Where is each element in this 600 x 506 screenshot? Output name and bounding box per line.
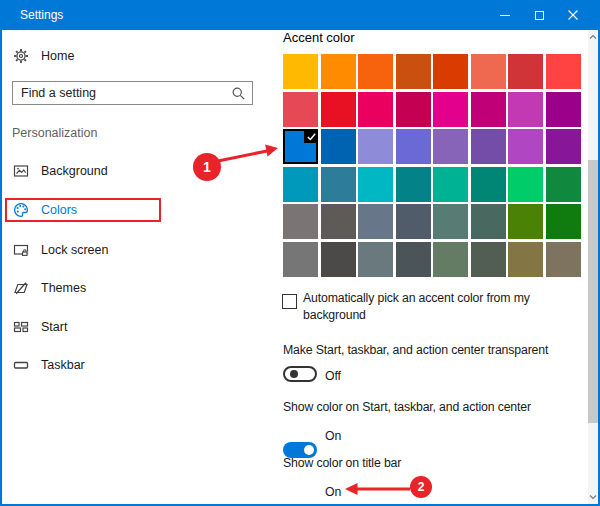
search-icon xyxy=(231,86,246,101)
accent-swatch[interactable] xyxy=(396,167,431,202)
accent-swatch[interactable] xyxy=(508,54,543,89)
maximize-button[interactable] xyxy=(522,0,556,30)
accent-swatch[interactable] xyxy=(471,92,506,127)
accent-swatch[interactable] xyxy=(396,54,431,89)
annotation-step-1: 1 xyxy=(193,153,221,181)
sidebar-item-colors[interactable]: Colors xyxy=(13,199,77,221)
close-icon xyxy=(568,10,578,20)
accent-swatch[interactable] xyxy=(433,204,468,239)
sidebar-start-label: Start xyxy=(41,320,67,334)
accent-swatch[interactable] xyxy=(321,242,356,277)
accent-swatch[interactable] xyxy=(358,242,393,277)
accent-swatch[interactable] xyxy=(396,242,431,277)
accent-swatch[interactable] xyxy=(471,204,506,239)
taskbar-icon xyxy=(13,357,29,373)
accent-swatch[interactable] xyxy=(358,54,393,89)
accent-color-grid xyxy=(283,54,581,277)
minimize-button[interactable] xyxy=(488,0,522,30)
accent-swatch[interactable] xyxy=(396,92,431,127)
accent-swatch[interactable] xyxy=(321,92,356,127)
accent-swatch[interactable] xyxy=(508,167,543,202)
sidebar-background-label: Background xyxy=(41,164,108,178)
accent-swatch[interactable] xyxy=(546,242,581,277)
accent-swatch[interactable] xyxy=(546,204,581,239)
settings-window: { "window": { "title": "Settings", "acce… xyxy=(0,0,600,506)
accent-swatch[interactable] xyxy=(546,54,581,89)
accent-swatch[interactable] xyxy=(546,92,581,127)
accent-swatch[interactable] xyxy=(396,204,431,239)
sidebar-item-home[interactable]: Home xyxy=(13,45,74,67)
start-tiles-icon xyxy=(13,319,29,335)
arrow-to-on-label xyxy=(345,483,358,495)
search-box xyxy=(12,81,253,105)
show-color-titlebar-toggle-state: On xyxy=(325,485,341,499)
accent-swatch[interactable] xyxy=(358,92,393,127)
toggle-knob xyxy=(290,370,298,378)
window-title: Settings xyxy=(20,8,63,22)
sidebar-lock-screen-label: Lock screen xyxy=(41,243,108,257)
accent-swatch[interactable] xyxy=(358,129,393,164)
accent-swatch[interactable] xyxy=(321,204,356,239)
sidebar-item-background[interactable]: Background xyxy=(13,160,108,182)
scroll-up-icon[interactable] xyxy=(589,33,597,41)
accent-swatch[interactable] xyxy=(433,167,468,202)
sidebar-item-taskbar[interactable]: Taskbar xyxy=(13,354,85,376)
sidebar-taskbar-label: Taskbar xyxy=(41,358,85,372)
scrollbar-thumb[interactable] xyxy=(588,160,598,423)
accent-swatch[interactable] xyxy=(546,129,581,164)
accent-swatch[interactable] xyxy=(471,54,506,89)
sidebar-item-lock-screen[interactable]: Lock screen xyxy=(13,239,108,261)
accent-swatch[interactable] xyxy=(321,54,356,89)
search-input[interactable] xyxy=(13,82,252,104)
accent-swatch[interactable] xyxy=(433,242,468,277)
accent-swatch[interactable] xyxy=(471,129,506,164)
transparency-toggle[interactable] xyxy=(283,366,317,382)
accent-swatch[interactable] xyxy=(433,92,468,127)
show-color-start-label: Show color on Start, taskbar, and action… xyxy=(283,400,531,414)
accent-swatch[interactable] xyxy=(396,129,431,164)
accent-swatch[interactable] xyxy=(433,54,468,89)
auto-accent-checkbox[interactable] xyxy=(282,294,297,309)
sidebar-item-themes[interactable]: Themes xyxy=(13,277,86,299)
transparency-toggle-state: Off xyxy=(325,369,341,383)
lock-screen-icon xyxy=(13,242,29,258)
accent-swatch[interactable] xyxy=(283,54,318,89)
accent-swatch[interactable] xyxy=(471,167,506,202)
accent-swatch[interactable] xyxy=(358,167,393,202)
show-color-titlebar-label: Show color on title bar xyxy=(283,456,401,470)
scroll-down-icon[interactable] xyxy=(589,493,597,501)
accent-swatch[interactable] xyxy=(508,204,543,239)
checkmark-icon xyxy=(304,129,318,143)
sidebar-home-label: Home xyxy=(41,49,74,63)
accent-swatch[interactable] xyxy=(283,167,318,202)
sidebar-item-start[interactable]: Start xyxy=(13,316,67,338)
image-icon xyxy=(13,163,29,179)
maximize-icon xyxy=(535,11,544,20)
accent-swatch[interactable] xyxy=(283,242,318,277)
palette-icon xyxy=(13,202,29,218)
arrow-to-selected-swatch xyxy=(265,145,278,157)
accent-swatch-selected[interactable] xyxy=(283,129,318,164)
accent-swatch[interactable] xyxy=(508,129,543,164)
accent-swatch[interactable] xyxy=(283,92,318,127)
annotation-step-2: 2 xyxy=(410,476,432,498)
accent-swatch[interactable] xyxy=(508,92,543,127)
themes-icon xyxy=(13,280,29,296)
accent-swatch[interactable] xyxy=(508,242,543,277)
accent-swatch[interactable] xyxy=(471,242,506,277)
sidebar-section-personalization: Personalization xyxy=(12,126,97,140)
close-button[interactable] xyxy=(556,0,590,30)
transparency-toggle-label: Make Start, taskbar, and action center t… xyxy=(283,343,548,357)
auto-accent-checkbox-label: Automatically pick an accent color from … xyxy=(303,290,575,323)
accent-swatch[interactable] xyxy=(546,167,581,202)
sidebar-colors-label: Colors xyxy=(41,203,77,217)
scrollbar xyxy=(588,30,598,504)
accent-swatch[interactable] xyxy=(283,204,318,239)
caption-buttons xyxy=(488,0,590,30)
accent-swatch[interactable] xyxy=(358,204,393,239)
accent-color-heading: Accent color xyxy=(283,30,355,45)
accent-swatch[interactable] xyxy=(433,129,468,164)
accent-swatch[interactable] xyxy=(321,129,356,164)
accent-swatch[interactable] xyxy=(321,167,356,202)
title-bar: Settings xyxy=(0,0,600,30)
